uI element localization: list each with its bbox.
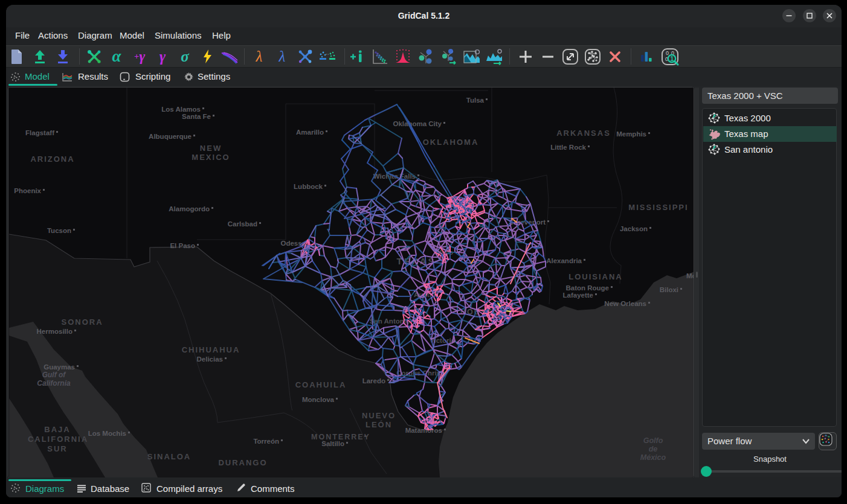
svg-text:Saltillo: Saltillo (321, 440, 344, 447)
svg-text:Guaymas: Guaymas (43, 363, 75, 371)
svg-text:CHIHUAHUA: CHIHUAHUA (182, 345, 240, 354)
svg-text:Baton Rouge: Baton Rouge (565, 284, 609, 292)
svg-text:Memphis: Memphis (616, 130, 646, 138)
svg-text:LOUISIANA: LOUISIANA (568, 272, 623, 281)
svg-text:Golfo: Golfo (643, 436, 663, 445)
svg-text:Santa Fe: Santa Fe (182, 113, 211, 120)
svg-text:Tucson: Tucson (47, 227, 71, 234)
svg-text:Alexandria: Alexandria (546, 257, 582, 264)
svg-text:LEÓN: LEÓN (366, 420, 392, 429)
svg-text:México: México (640, 453, 666, 462)
svg-text:DURANGO: DURANGO (218, 458, 267, 467)
svg-text:1: 1 (671, 56, 674, 62)
svg-text:Alamogordo: Alamogordo (169, 205, 210, 212)
svg-text:Torreón: Torreón (253, 438, 279, 445)
svg-text:SONORA: SONORA (61, 317, 103, 327)
svg-text:Monclova: Monclova (302, 396, 335, 403)
svg-text:Little Rock: Little Rock (550, 144, 586, 151)
svg-text:Delicias: Delicias (197, 356, 223, 363)
svg-text:New Orleans: New Orleans (604, 300, 646, 307)
svg-text:SINALOA: SINALOA (147, 452, 192, 461)
svg-text:Oklahoma City: Oklahoma City (393, 120, 442, 127)
svg-text:El Paso: El Paso (170, 242, 195, 249)
svg-text:Jackson: Jackson (620, 225, 648, 232)
svg-text:Laredo: Laredo (362, 377, 385, 384)
svg-text:Mob: Mob (686, 272, 694, 279)
svg-text:Carlsbad: Carlsbad (228, 220, 257, 228)
svg-text:CALIFORNIA: CALIFORNIA (28, 435, 88, 444)
svg-text:Lafayette: Lafayette (563, 292, 594, 299)
svg-text:ARKANSAS: ARKANSAS (556, 129, 611, 138)
svg-text:Biloxi: Biloxi (660, 286, 678, 293)
svg-text:California: California (37, 379, 71, 388)
svg-text:de: de (649, 445, 658, 453)
svg-text:Matamoros: Matamoros (405, 427, 442, 434)
svg-text:BAJA: BAJA (44, 425, 70, 434)
svg-text:OKLAHOMA: OKLAHOMA (423, 138, 479, 147)
svg-text:Lubbock: Lubbock (294, 183, 323, 190)
svg-text:Los Alamos: Los Alamos (161, 106, 201, 113)
svg-text:Hermosillo: Hermosillo (37, 328, 72, 335)
svg-text:NUEVO: NUEVO (362, 411, 396, 420)
svg-text:MEXICO: MEXICO (192, 153, 230, 162)
svg-text:Phoenix: Phoenix (14, 187, 41, 194)
svg-text:Albuquerque: Albuquerque (149, 133, 192, 140)
svg-text:Los Mochis: Los Mochis (88, 430, 126, 437)
svg-text:MISSISSIPPI: MISSISSIPPI (628, 203, 688, 212)
svg-text:COAHUILA: COAHUILA (295, 380, 347, 389)
svg-text:0: 0 (666, 50, 669, 56)
svg-text:ARIZONA: ARIZONA (30, 155, 74, 164)
svg-text:Amarillo: Amarillo (296, 129, 324, 136)
svg-text:Gulf of: Gulf of (42, 371, 66, 379)
svg-text:NEW: NEW (200, 144, 222, 153)
svg-text:Tulsa: Tulsa (466, 97, 485, 104)
svg-text:Flagstaff: Flagstaff (25, 129, 54, 136)
svg-text:SUR: SUR (47, 444, 67, 453)
